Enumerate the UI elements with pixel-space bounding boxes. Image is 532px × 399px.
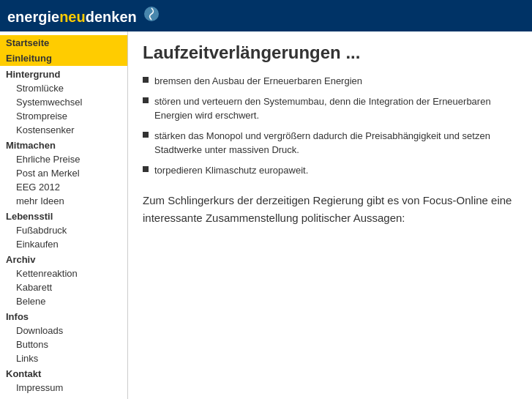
list-item: torpedieren Klimaschutz europaweit. — [143, 163, 517, 178]
logo-text: energieneudenken — [7, 9, 141, 25]
logo[interactable]: energieneudenken — [7, 6, 160, 26]
logo-denken: denken — [86, 9, 137, 25]
bullet-icon — [143, 77, 149, 83]
sidebar-item-post-an-merkel[interactable]: Post an Merkel — [0, 166, 127, 180]
sidebar-item-eeg-2012[interactable]: EEG 2012 — [0, 180, 127, 194]
list-item: stören und verteuern den Systemumbau, de… — [143, 94, 517, 123]
sidebar-item-ehrliche-preise[interactable]: Ehrliche Preise — [0, 152, 127, 166]
sidebar-item-kabarett[interactable]: Kabarett — [0, 280, 127, 294]
sidebar-item-impressum[interactable]: Impressum — [0, 381, 127, 395]
header: energieneudenken — [0, 0, 532, 31]
bullet-list: bremsen den Ausbau der Erneuerbaren Ener… — [143, 74, 517, 177]
bullet-icon — [143, 166, 149, 172]
sidebar-category-infos: Infos — [0, 308, 127, 324]
sidebar-item-einleitung[interactable]: Einleitung — [0, 51, 127, 66]
logo-energie: energie — [7, 9, 59, 25]
sidebar-item-systemwechsel[interactable]: Systemwechsel — [0, 95, 127, 109]
sidebar-category-archiv: Archiv — [0, 251, 127, 266]
bullet-icon — [143, 97, 149, 103]
sidebar-item-links[interactable]: Links — [0, 351, 127, 365]
sidebar-item-strompreise[interactable]: Strompreise — [0, 109, 127, 123]
sidebar-item-fussabdruck[interactable]: Fußabdruck — [0, 223, 127, 237]
foerdert-label: gefördert von — [0, 395, 127, 399]
sidebar-item-startseite[interactable]: Startseite — [0, 35, 127, 51]
page-title: Laufzeitverlängerungen ... — [143, 42, 517, 63]
sidebar-item-einkaufen[interactable]: Einkaufen — [0, 237, 127, 251]
bullet-text-2: stören und verteuern den Systemumbau, de… — [154, 94, 517, 123]
sidebar-category-hintergrund: Hintergrund — [0, 66, 127, 81]
sidebar-item-downloads[interactable]: Downloads — [0, 324, 127, 338]
main-content: Laufzeitverlängerungen ... bremsen den A… — [128, 31, 532, 399]
layout: Startseite Einleitung Hintergrund Stroml… — [0, 31, 532, 399]
sidebar-item-buttons[interactable]: Buttons — [0, 338, 127, 351]
bullet-icon — [143, 132, 149, 138]
bullet-text-3: stärken das Monopol und vergrößern dadur… — [154, 129, 517, 157]
logo-neu: neu — [59, 9, 86, 25]
sidebar-item-belene[interactable]: Belene — [0, 294, 127, 308]
sidebar-item-kettenreaktion[interactable]: Kettenreaktion — [0, 266, 127, 280]
sidebar-category-kontakt: Kontakt — [0, 365, 127, 381]
list-item: stärken das Monopol und vergrößern dadur… — [143, 129, 517, 157]
sidebar-item-stromlucke[interactable]: Stromlücke — [0, 81, 127, 95]
sidebar-category-lebensstil: Lebensstil — [0, 208, 127, 223]
sidebar-item-kostensenker[interactable]: Kostensenker — [0, 123, 127, 137]
bullet-text-1: bremsen den Ausbau der Erneuerbaren Ener… — [154, 74, 362, 89]
sidebar-item-mehr-ideen[interactable]: mehr Ideen — [0, 194, 127, 208]
logo-icon — [143, 6, 160, 22]
bullet-text-4: torpedieren Klimaschutz europaweit. — [154, 163, 308, 178]
summary-text: Zum Schlingerkurs der derzeitigen Regier… — [143, 192, 517, 227]
list-item: bremsen den Ausbau der Erneuerbaren Ener… — [143, 74, 517, 89]
sidebar-category-mitmachen: Mitmachen — [0, 137, 127, 152]
sidebar: Startseite Einleitung Hintergrund Stroml… — [0, 31, 128, 399]
